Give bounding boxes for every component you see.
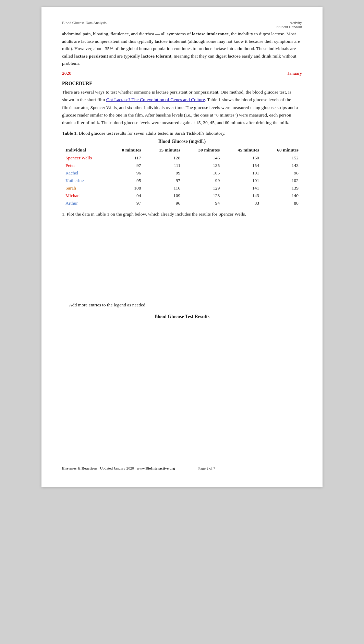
cell-value: 99 — [144, 169, 184, 177]
intro-paragraph: abdominal pain, bloating, flatulence, an… — [62, 30, 302, 67]
cell-name: Arthur — [62, 199, 108, 207]
cell-value: 146 — [184, 154, 223, 162]
cell-value: 94 — [184, 199, 223, 207]
table-title: Blood Glucose (mg/dL) — [62, 139, 302, 144]
cell-value: 128 — [144, 154, 184, 162]
col-15min: 15 minutes — [144, 146, 184, 154]
footer-updated: Updated January 2020 — [100, 466, 134, 470]
procedure-link[interactable]: Got Lactase? The Co-evolution of Genes a… — [106, 97, 205, 102]
intro-bold3: lactose tolerant — [141, 53, 171, 59]
table-row: Sarah108116129141139 — [62, 184, 302, 192]
cell-value: 102 — [263, 177, 302, 184]
intro-bold1: lactose intolerance — [192, 31, 229, 36]
footer-section: Enzymes & Reactions — [62, 466, 97, 470]
col-45min: 45 minutes — [223, 146, 263, 154]
cell-name: Peter — [62, 162, 108, 169]
table-row: Katherine959799101102 — [62, 177, 302, 184]
plot-instruction: 1. Plot the data in Table 1 on the graph… — [62, 210, 302, 218]
cell-value: 109 — [144, 192, 184, 199]
table-caption-label: Table 1. — [62, 131, 77, 136]
cell-value: 96 — [108, 169, 145, 177]
cell-value: 99 — [184, 177, 223, 184]
cell-name: Katherine — [62, 177, 108, 184]
cell-value: 97 — [108, 162, 145, 169]
table-caption: Table 1. Blood glucose test results for … — [62, 131, 302, 136]
chart-container — [62, 322, 302, 452]
col-30min: 30 minutes — [184, 146, 223, 154]
intro-text-mid: and are typically — [108, 53, 141, 59]
cell-value: 160 — [223, 154, 263, 162]
cell-value: 111 — [144, 162, 184, 169]
page: Blood Glucose Data Analysis Activity Stu… — [41, 7, 323, 487]
date-left: 2020 — [62, 71, 71, 76]
cell-value: 141 — [223, 184, 263, 192]
cell-value: 116 — [144, 184, 184, 192]
cell-value: 108 — [108, 184, 145, 192]
procedure-text: There are several ways to test whether s… — [62, 88, 302, 126]
legend-note: Add more entries to the legend as needed… — [69, 302, 302, 308]
cell-value: 143 — [263, 162, 302, 169]
table-row: Rachel969910510198 — [62, 169, 302, 177]
footer-url: www.BioInteractive.org — [137, 466, 175, 470]
cell-value: 97 — [144, 177, 184, 184]
cell-value: 128 — [184, 192, 223, 199]
cell-value: 83 — [223, 199, 263, 207]
procedure-title: PROCEDURE — [62, 81, 302, 86]
blood-glucose-table: Individual 0 minutes 15 minutes 30 minut… — [62, 146, 302, 207]
table-row: Michael94109128143140 — [62, 192, 302, 199]
cell-value: 101 — [223, 169, 263, 177]
header: Blood Glucose Data Analysis Activity Stu… — [62, 21, 302, 29]
cell-value: 152 — [263, 154, 302, 162]
header-left: Blood Glucose Data Analysis — [62, 21, 107, 25]
header-activity: Activity — [277, 21, 302, 25]
table-row: Peter97111135154143 — [62, 162, 302, 169]
footer: Enzymes & Reactions Updated January 2020… — [62, 466, 302, 470]
table-header-row: Individual 0 minutes 15 minutes 30 minut… — [62, 146, 302, 154]
cell-name: Rachel — [62, 169, 108, 177]
footer-page: Page 2 of 7 — [198, 466, 215, 470]
cell-value: 95 — [108, 177, 145, 184]
graph-area — [62, 223, 302, 299]
cell-value: 129 — [184, 184, 223, 192]
col-0min: 0 minutes — [108, 146, 145, 154]
col-60min: 60 minutes — [263, 146, 302, 154]
cell-value: 117 — [108, 154, 145, 162]
chart-title: Blood Glucose Test Results — [62, 314, 302, 319]
header-right: Activity Student Handout — [277, 21, 302, 29]
cell-value: 101 — [223, 177, 263, 184]
cell-value: 105 — [184, 169, 223, 177]
intro-bold2: lactase persistent — [74, 53, 108, 59]
date-right: January — [288, 71, 302, 76]
cell-value: 94 — [108, 192, 145, 199]
cell-name: Sarah — [62, 184, 108, 192]
table-caption-text: Blood glucose test results for seven adu… — [77, 131, 225, 136]
cell-name: Spencer Wells — [62, 154, 108, 162]
col-individual: Individual — [62, 146, 108, 154]
cell-value: 88 — [263, 199, 302, 207]
cell-name: Michael — [62, 192, 108, 199]
date-row: 2020 January — [62, 71, 302, 76]
cell-value: 139 — [263, 184, 302, 192]
cell-value: 97 — [108, 199, 145, 207]
table-row: Arthur9796948388 — [62, 199, 302, 207]
cell-value: 154 — [223, 162, 263, 169]
cell-value: 140 — [263, 192, 302, 199]
intro-text-before-bold1: abdominal pain, bloating, flatulence, an… — [62, 31, 192, 36]
table-row: Spencer Wells117128146160152 — [62, 154, 302, 162]
cell-value: 135 — [184, 162, 223, 169]
cell-value: 96 — [144, 199, 184, 207]
cell-value: 98 — [263, 169, 302, 177]
header-handout: Student Handout — [277, 25, 302, 29]
cell-value: 143 — [223, 192, 263, 199]
